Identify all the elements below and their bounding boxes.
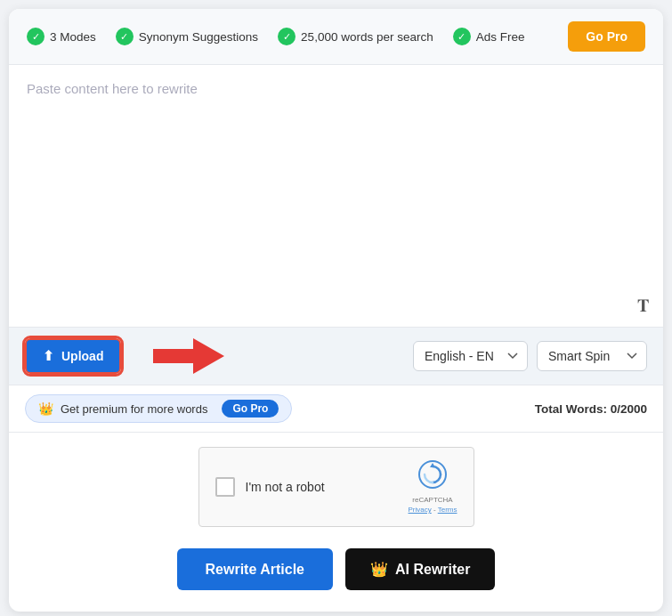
- captcha-left: I'm not a robot: [215, 477, 325, 497]
- language-dropdown[interactable]: English - EN Spanish - ES French - FR Ge…: [413, 341, 528, 371]
- go-pro-button[interactable]: Go Pro: [568, 21, 645, 52]
- captcha-right: reCAPTCHA Privacy - Terms: [409, 460, 457, 514]
- feature-ads-label: Ads Free: [476, 30, 525, 44]
- main-container: ✓ 3 Modes ✓ Synonym Suggestions ✓ 25,000…: [9, 9, 663, 612]
- recaptcha-logo-icon: [418, 460, 447, 494]
- premium-badge: 👑 Get premium for more words Go Pro: [25, 394, 292, 423]
- dropdowns: English - EN Spanish - ES French - FR Ge…: [413, 341, 647, 371]
- mode-dropdown[interactable]: Smart Spin Ultra Spin Normal Spin: [537, 341, 647, 371]
- arrow-container: [135, 338, 224, 374]
- rewrite-article-button[interactable]: Rewrite Article: [177, 548, 333, 590]
- feature-synonym-label: Synonym Suggestions: [139, 30, 258, 44]
- upload-button-label: Upload: [61, 349, 103, 363]
- upload-button[interactable]: ⬆ Upload: [25, 338, 121, 374]
- check-icon-modes: ✓: [27, 28, 45, 45]
- captcha-checkbox[interactable]: [215, 477, 235, 497]
- svg-marker-0: [153, 338, 224, 374]
- captcha-row: I'm not a robot reCAPTCHA Privacy -: [9, 433, 663, 536]
- word-count: Total Words: 0/2000: [535, 402, 647, 416]
- check-icon-synonym: ✓: [116, 28, 134, 45]
- content-textarea[interactable]: [9, 65, 663, 323]
- features-list: ✓ 3 Modes ✓ Synonym Suggestions ✓ 25,000…: [27, 28, 524, 45]
- features-bar: ✓ 3 Modes ✓ Synonym Suggestions ✓ 25,000…: [9, 9, 663, 65]
- action-buttons: Rewrite Article 👑 AI Rewriter: [9, 536, 663, 612]
- crown-ai-icon: 👑: [370, 561, 388, 578]
- check-icon-words: ✓: [278, 28, 296, 45]
- feature-words: ✓ 25,000 words per search: [278, 28, 433, 45]
- feature-words-label: 25,000 words per search: [301, 30, 433, 44]
- upload-row-left: ⬆ Upload: [25, 338, 224, 374]
- upload-icon: ⬆: [43, 348, 54, 364]
- upload-row: ⬆ Upload English - EN Spanish - ES Frenc…: [9, 328, 663, 385]
- feature-ads: ✓ Ads Free: [453, 28, 525, 45]
- info-row: 👑 Get premium for more words Go Pro Tota…: [9, 385, 663, 433]
- textarea-section: 𝐓: [9, 65, 663, 328]
- ai-rewriter-label: AI Rewriter: [395, 562, 470, 578]
- feature-modes: ✓ 3 Modes: [27, 28, 96, 45]
- go-pro-small-button[interactable]: Go Pro: [222, 400, 279, 417]
- svg-marker-2: [430, 463, 435, 467]
- feature-modes-label: 3 Modes: [50, 30, 96, 44]
- crown-icon: 👑: [38, 401, 53, 416]
- recaptcha-text: reCAPTCHA: [412, 496, 452, 504]
- premium-badge-text: Get premium for more words: [61, 402, 207, 416]
- feature-synonym: ✓ Synonym Suggestions: [116, 28, 258, 45]
- red-arrow-icon: [144, 338, 224, 374]
- recaptcha-links: Privacy - Terms: [409, 506, 457, 514]
- check-icon-ads: ✓: [453, 28, 471, 45]
- captcha-label: I'm not a robot: [246, 480, 325, 494]
- privacy-link[interactable]: Privacy: [409, 506, 432, 514]
- ai-rewriter-button[interactable]: 👑 AI Rewriter: [345, 548, 495, 590]
- text-format-icon[interactable]: 𝐓: [637, 296, 649, 316]
- terms-link[interactable]: Terms: [438, 506, 457, 514]
- captcha-box: I'm not a robot reCAPTCHA Privacy -: [198, 447, 474, 527]
